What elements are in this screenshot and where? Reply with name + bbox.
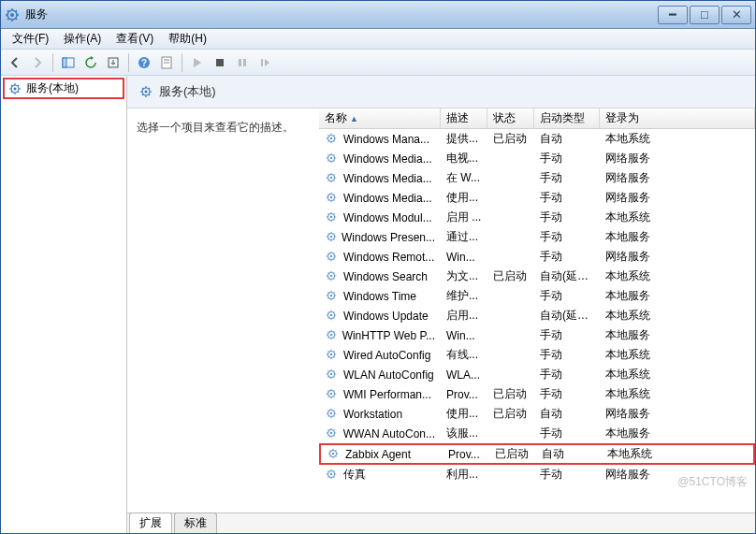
service-row[interactable]: Windows Update启用...自动(延迟...本地系统	[319, 306, 755, 325]
service-icon	[325, 132, 340, 147]
service-startup: 手动	[534, 229, 600, 245]
service-row[interactable]: WMI Performan...Prov...已启动手动本地系统	[319, 384, 755, 404]
service-logon: 本地系统	[600, 367, 755, 382]
service-name: Windows Mana...	[343, 133, 429, 146]
service-startup: 手动	[534, 190, 600, 206]
service-startup: 手动	[534, 347, 600, 363]
service-row[interactable]: Windows Time维护...手动本地服务	[319, 286, 755, 306]
refresh-button[interactable]	[80, 52, 101, 73]
service-desc: 为文...	[441, 268, 487, 284]
service-name: Workstation	[343, 408, 402, 421]
service-row[interactable]: WLAN AutoConfigWLA...手动本地系统	[319, 365, 755, 384]
service-row[interactable]: Windows Search为文...已启动自动(延迟...本地系统	[319, 267, 755, 286]
forward-button[interactable]	[27, 52, 48, 73]
stop-service-button[interactable]	[210, 52, 230, 73]
svg-point-29	[330, 235, 333, 238]
service-name: Windows Time	[343, 290, 416, 303]
service-name: WMI Performan...	[343, 388, 431, 401]
service-row[interactable]: Windows Media...使用...手动网络服务	[319, 188, 755, 208]
service-desc: 通过...	[441, 229, 487, 245]
services-icon	[7, 81, 22, 96]
service-name: 传真	[343, 467, 366, 483]
start-service-button[interactable]	[187, 52, 208, 73]
service-row[interactable]: Windows Mana...提供...已启动自动本地系统	[319, 129, 755, 149]
show-hide-tree-button[interactable]	[58, 52, 79, 73]
service-logon: 网络服务	[600, 190, 755, 206]
export-button[interactable]	[103, 52, 124, 73]
svg-point-19	[330, 137, 333, 139]
service-row[interactable]: WinHTTP Web P...Win...手动本地服务	[319, 325, 755, 345]
menu-file[interactable]: 文件(F)	[5, 29, 56, 49]
close-button[interactable]: ✕	[721, 6, 751, 24]
service-desc: 电视...	[441, 151, 487, 166]
list-columns: 名称▲ 描述 状态 启动类型 登录为	[319, 108, 755, 129]
service-icon	[325, 230, 338, 245]
pause-service-button[interactable]	[232, 52, 253, 73]
service-row[interactable]: Windows Media...电视...手动网络服务	[319, 149, 755, 168]
list-body: Windows Mana...提供...已启动自动本地系统Windows Med…	[319, 129, 755, 484]
column-name[interactable]: 名称▲	[319, 108, 441, 128]
service-desc: 提供...	[441, 131, 487, 147]
minimize-button[interactable]: ━	[658, 6, 688, 24]
service-name: Windows Modul...	[343, 211, 432, 224]
service-name: Windows Media...	[343, 192, 432, 205]
service-startup: 手动	[534, 288, 600, 304]
column-description[interactable]: 描述	[441, 108, 487, 128]
service-row[interactable]: Wired AutoConfig有线...手动本地系统	[319, 345, 755, 365]
menu-view[interactable]: 查看(V)	[109, 29, 161, 49]
service-desc: 使用...	[441, 190, 487, 206]
service-status: 已启动	[489, 446, 536, 462]
column-startup-type[interactable]: 启动类型	[534, 108, 600, 128]
service-name: Windows Media...	[343, 172, 432, 185]
service-status: 已启动	[487, 131, 534, 147]
description-hint: 选择一个项目来查看它的描述。	[137, 121, 294, 134]
restart-service-button[interactable]	[254, 52, 275, 73]
service-icon	[325, 348, 340, 363]
tab-standard[interactable]: 标准	[174, 512, 217, 533]
svg-point-41	[330, 353, 333, 355]
column-logon-as[interactable]: 登录为	[600, 108, 755, 128]
svg-rect-3	[63, 58, 66, 67]
service-desc: 使用...	[441, 406, 487, 422]
menubar: 文件(F) 操作(A) 查看(V) 帮助(H)	[1, 29, 755, 50]
service-desc: Win...	[441, 251, 487, 264]
help-button[interactable]: ?	[134, 52, 154, 73]
description-panel: 选择一个项目来查看它的描述。	[127, 108, 319, 512]
service-row[interactable]: Windows Media...在 W...手动网络服务	[319, 168, 755, 188]
svg-point-37	[330, 313, 333, 316]
menu-help[interactable]: 帮助(H)	[161, 29, 214, 49]
service-row[interactable]: Windows Presen...通过...手动本地服务	[319, 227, 755, 247]
svg-rect-10	[216, 59, 224, 66]
service-desc: 启用 ...	[441, 209, 487, 225]
view-tabs: 扩展 标准	[127, 512, 755, 533]
service-row[interactable]: Windows Remot...Win...手动网络服务	[319, 247, 755, 267]
column-status[interactable]: 状态	[487, 108, 534, 128]
service-row[interactable]: Windows Modul...启用 ...手动本地系统	[319, 208, 755, 227]
detail-pane: 服务(本地) 选择一个项目来查看它的描述。 名称▲ 描述 状态 启动类型 登录为…	[127, 76, 755, 533]
service-status: 已启动	[487, 386, 534, 402]
properties-button[interactable]	[156, 52, 177, 73]
service-startup: 自动(延迟...	[534, 308, 600, 324]
maximize-button[interactable]: □	[690, 6, 720, 24]
service-logon: 网络服务	[600, 467, 755, 483]
service-logon: 本地系统	[600, 209, 755, 225]
service-icon	[325, 250, 340, 265]
service-row[interactable]: WWAN AutoCon...该服...手动本地服务	[319, 424, 755, 443]
service-icon	[325, 426, 340, 441]
service-icon	[325, 309, 340, 324]
back-button[interactable]	[5, 52, 25, 73]
tree-root-services-local[interactable]: 服务(本地)	[3, 78, 124, 99]
service-icon	[325, 152, 340, 166]
service-startup: 手动	[534, 467, 600, 483]
service-row[interactable]: Zabbix AgentProv...已启动自动本地系统	[319, 443, 755, 465]
service-logon: 本地服务	[600, 229, 755, 245]
tab-extended[interactable]: 扩展	[129, 512, 172, 533]
toolbar: ?	[1, 50, 755, 76]
service-startup: 自动	[534, 406, 600, 422]
service-row[interactable]: 传真利用...手动网络服务	[319, 465, 755, 484]
service-logon: 本地系统	[602, 446, 753, 462]
service-row[interactable]: Workstation使用...已启动自动网络服务	[319, 404, 755, 424]
menu-action[interactable]: 操作(A)	[56, 29, 109, 49]
tree-pane: 服务(本地)	[1, 76, 127, 533]
service-list: 名称▲ 描述 状态 启动类型 登录为 Windows Mana...提供...已…	[319, 108, 755, 512]
